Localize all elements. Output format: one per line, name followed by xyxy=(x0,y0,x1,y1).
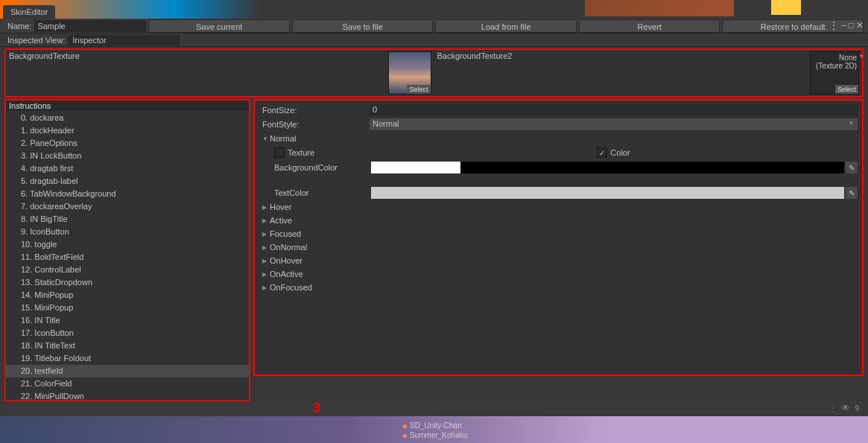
window-menu-icon[interactable]: ⋮ xyxy=(829,19,839,31)
texture-type-label: (Texture 2D) xyxy=(812,62,857,70)
window-maximize-icon[interactable]: □ xyxy=(849,20,854,31)
color-checkbox[interactable]: ✓ xyxy=(597,147,607,158)
state-foldout[interactable]: ▶Focused xyxy=(259,227,858,240)
instructions-panel: Instructions 0. dockarea1. dockHeader2. … xyxy=(4,99,250,401)
prefab-icon: ◆ xyxy=(402,432,408,439)
texture-label: Texture xyxy=(288,148,370,157)
state-label: Focused xyxy=(270,229,301,238)
list-item[interactable]: 5. dragtab-label xyxy=(6,175,249,188)
prefab-icon: ◆ xyxy=(402,422,408,430)
window-close-icon[interactable]: ✕ xyxy=(856,20,864,31)
hierarchy-item[interactable]: ◆Summer_Kohaku xyxy=(402,430,467,440)
foldout-collapsed-icon: ▶ xyxy=(262,204,270,211)
list-item[interactable]: 3. IN LockButton xyxy=(6,150,249,162)
state-foldout[interactable]: ▶OnFocused xyxy=(259,281,858,294)
window-minimize-icon[interactable]: – xyxy=(841,20,846,31)
list-item[interactable]: 20. textfield xyxy=(6,365,249,377)
state-label: OnHover xyxy=(270,256,302,265)
state-label: Active xyxy=(270,216,292,225)
list-item[interactable]: 1. dockHeader xyxy=(6,124,249,137)
color-label: Color xyxy=(610,148,630,157)
inspected-view-label: Inspected View: xyxy=(0,36,68,45)
save-to-file-button[interactable]: Save to file xyxy=(292,19,434,33)
list-item[interactable]: 0. dockarea xyxy=(6,112,249,124)
annotation-3: 3 xyxy=(313,401,320,416)
list-item[interactable]: 21. ColorField xyxy=(6,377,249,390)
list-item[interactable]: 8. IN BigTitle xyxy=(6,213,249,226)
list-item[interactable]: 9. IconButton xyxy=(6,226,249,238)
select-texture-button[interactable]: Select xyxy=(407,85,430,94)
background-texture-label: BackgroundTexture xyxy=(9,51,431,60)
list-item[interactable]: 2. PaneOptions xyxy=(6,137,249,150)
state-foldout[interactable]: ▶OnNormal xyxy=(259,240,858,254)
list-item[interactable]: 14. MiniPopup xyxy=(6,289,249,302)
font-size-input[interactable]: 0 xyxy=(370,104,858,116)
foldout-collapsed-icon: ▶ xyxy=(262,284,270,291)
state-foldout[interactable]: ▶OnHover xyxy=(259,254,858,267)
list-item[interactable]: 15. MiniPopup xyxy=(6,302,249,314)
background-color-field[interactable] xyxy=(371,162,844,173)
state-label: OnNormal xyxy=(270,243,307,252)
texture-checkbox[interactable] xyxy=(274,147,285,158)
foldout-collapsed-icon: ▶ xyxy=(262,231,270,238)
list-item[interactable]: 11. BoldTextField xyxy=(6,251,249,264)
texture-thumbnail[interactable]: Select xyxy=(388,51,431,95)
normal-foldout[interactable]: ▼ Normal xyxy=(259,132,858,145)
name-input[interactable] xyxy=(34,20,146,32)
list-item[interactable]: 6. TabWindowBackground xyxy=(6,188,249,200)
list-item[interactable]: 12. ControlLabel xyxy=(6,264,249,276)
revert-button[interactable]: Revert xyxy=(579,19,720,33)
font-style-label: FontStyle: xyxy=(259,120,370,129)
select-texture2-button[interactable]: Select xyxy=(835,85,858,94)
list-item[interactable]: 13. StaticDropdown xyxy=(6,276,249,289)
font-style-dropdown[interactable]: Normal xyxy=(370,118,858,130)
hierarchy-item[interactable]: ◆SD_Unity-Chan xyxy=(402,421,467,430)
list-item[interactable]: 7. dockareaOverlay xyxy=(6,200,249,213)
text-color-field[interactable] xyxy=(371,187,844,199)
save-current-button[interactable]: Save current xyxy=(148,19,290,33)
status-bar: ⋮ 👁9 xyxy=(4,401,864,415)
font-size-label: FontSize: xyxy=(259,106,370,115)
name-label: Name: xyxy=(0,22,34,31)
background-color-label: BackgroundColor xyxy=(274,163,371,172)
background-texture2-label: BackgroundTexture2 xyxy=(437,51,860,60)
state-foldout[interactable]: ▶Active xyxy=(259,214,858,227)
menu-dots-icon[interactable]: ⋮ xyxy=(829,404,837,412)
visibility-count: 9 xyxy=(855,404,859,412)
list-item[interactable]: 22. MiniPullDown xyxy=(6,390,249,401)
list-item[interactable]: 4. dragtab first xyxy=(6,162,249,175)
properties-panel: FontSize: 0 FontStyle: Normal ▼ Normal T… xyxy=(253,99,864,376)
list-item[interactable]: 10. toggle xyxy=(6,238,249,251)
list-item[interactable]: 16. IN Title xyxy=(6,314,249,327)
foldout-collapsed-icon: ▶ xyxy=(262,271,270,278)
foldout-collapsed-icon: ▶ xyxy=(262,244,270,251)
foldout-collapsed-icon: ▶ xyxy=(262,217,270,224)
list-item[interactable]: 18. IN TitleText xyxy=(6,340,249,352)
state-label: OnActive xyxy=(270,270,303,278)
state-label: Hover xyxy=(270,203,291,211)
window-tab[interactable]: SkinEditor xyxy=(3,5,55,19)
eyedropper-icon[interactable]: ✎ xyxy=(846,162,858,173)
text-color-label: TextColor xyxy=(274,188,371,197)
foldout-collapsed-icon: ▶ xyxy=(262,258,270,264)
inspected-view-dropdown[interactable]: Inspector xyxy=(68,35,180,45)
texture-none-label: None xyxy=(812,54,857,62)
state-label: OnFocused xyxy=(270,283,312,292)
visibility-icon[interactable]: 👁 xyxy=(841,403,850,413)
normal-label: Normal xyxy=(270,134,296,143)
texture-panel: BackgroundTexture Select BackgroundTextu… xyxy=(4,48,864,98)
list-item[interactable]: 17. IconButton xyxy=(6,327,249,340)
state-foldout[interactable]: ▶OnActive xyxy=(259,267,858,281)
list-item[interactable]: 19. Titlebar Foldout xyxy=(6,352,249,365)
instructions-header: Instructions xyxy=(6,101,249,111)
foldout-expanded-icon: ▼ xyxy=(262,136,270,142)
state-foldout[interactable]: ▶Hover xyxy=(259,200,858,214)
load-from-file-button[interactable]: Load from file xyxy=(435,19,577,33)
eyedropper-icon[interactable]: ✎ xyxy=(846,187,858,199)
texture2-slot[interactable]: None (Texture 2D) Select xyxy=(810,51,859,95)
